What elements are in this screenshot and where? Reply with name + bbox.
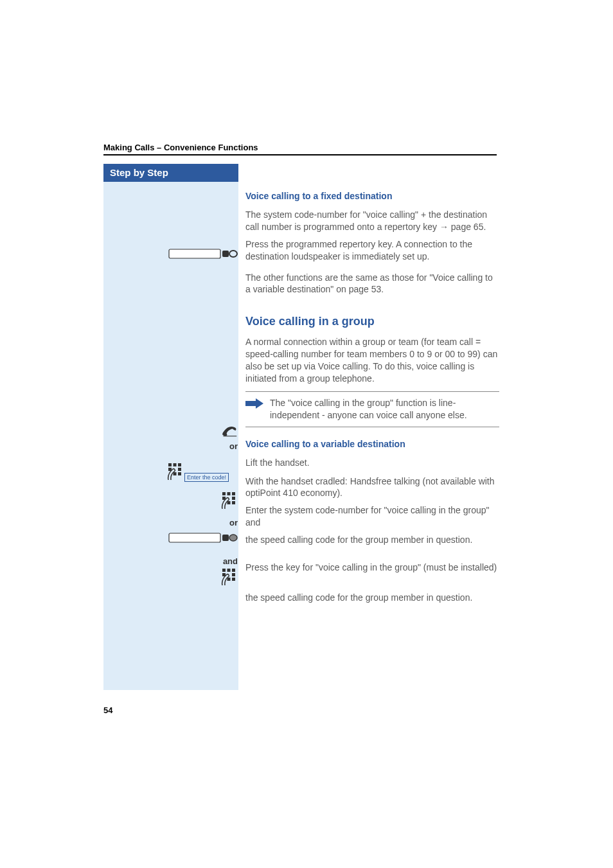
- svg-rect-19: [222, 535, 229, 541]
- and-label: and: [193, 556, 238, 566]
- note-arrow-icon: [245, 397, 265, 410]
- step-enter-code: Enter the system code-number for "voice …: [245, 504, 499, 529]
- heading-variable-destination: Voice calling to a variable destination: [245, 439, 499, 449]
- svg-rect-6: [178, 463, 181, 466]
- svg-rect-22: [227, 569, 231, 572]
- step-speed-1: the speed calling code for the group mem…: [245, 534, 499, 546]
- step-speed-2: the speed calling code for the group mem…: [245, 592, 499, 604]
- header-rule: [103, 154, 497, 155]
- svg-rect-1: [222, 251, 229, 257]
- para-fixed-2: Press the programmed repertory key. A co…: [245, 238, 499, 263]
- keypad-entercode-icon: [167, 463, 182, 483]
- keypad-icon-2: [221, 569, 236, 588]
- svg-rect-21: [222, 569, 226, 572]
- svg-point-20: [229, 535, 237, 541]
- svg-rect-15: [232, 497, 235, 500]
- svg-rect-25: [232, 573, 235, 576]
- heading-fixed-destination: Voice calling to a fixed destination: [245, 191, 499, 201]
- svg-rect-8: [178, 468, 181, 471]
- lift-handset-icon: [221, 425, 238, 440]
- para-group-1: A normal connection within a group or te…: [245, 336, 499, 385]
- para-fixed-1: The system code-number for "voice callin…: [245, 209, 499, 233]
- sidebar: [103, 164, 238, 690]
- page-number: 54: [103, 705, 112, 715]
- note-text: The "voice calling in the group" functio…: [270, 397, 499, 421]
- or-label-1: or: [193, 441, 238, 451]
- svg-rect-27: [232, 578, 235, 581]
- para-fixed-3: The other functions are the same as thos…: [245, 272, 499, 296]
- svg-rect-23: [232, 569, 235, 572]
- heading-voice-calling-group: Voice calling in a group: [245, 315, 499, 328]
- step-lift-handset: Lift the handset.: [245, 457, 499, 469]
- svg-rect-11: [222, 492, 226, 495]
- svg-marker-29: [256, 398, 263, 409]
- svg-rect-13: [232, 492, 235, 495]
- step-press-key: Press the key for "voice calling in the …: [245, 562, 499, 574]
- svg-rect-4: [168, 463, 172, 466]
- svg-rect-10: [178, 472, 181, 475]
- svg-rect-28: [245, 401, 256, 406]
- sidebar-title: Step by Step: [103, 164, 238, 182]
- header-section-title: Making Calls – Convenience Functions: [103, 143, 258, 152]
- keypad-icon-1: [221, 492, 236, 511]
- svg-rect-0: [169, 249, 220, 258]
- or-label-2: or: [193, 518, 238, 527]
- step-handsfree: With the handset cradled: Handsfree talk…: [245, 475, 499, 500]
- svg-point-2: [229, 251, 237, 257]
- note-box: The "voice calling in the group" functio…: [245, 391, 499, 427]
- svg-rect-18: [169, 533, 220, 542]
- voice-call-group-key-icon: [168, 531, 238, 547]
- svg-rect-17: [232, 501, 235, 504]
- enter-code-label: Enter the code!: [184, 473, 229, 482]
- svg-rect-5: [173, 463, 177, 466]
- main-content: Voice calling to a fixed destination The…: [245, 164, 499, 609]
- svg-rect-12: [227, 492, 231, 495]
- programmed-key-icon: [168, 247, 238, 263]
- page-ref-65: page 65.: [440, 222, 486, 232]
